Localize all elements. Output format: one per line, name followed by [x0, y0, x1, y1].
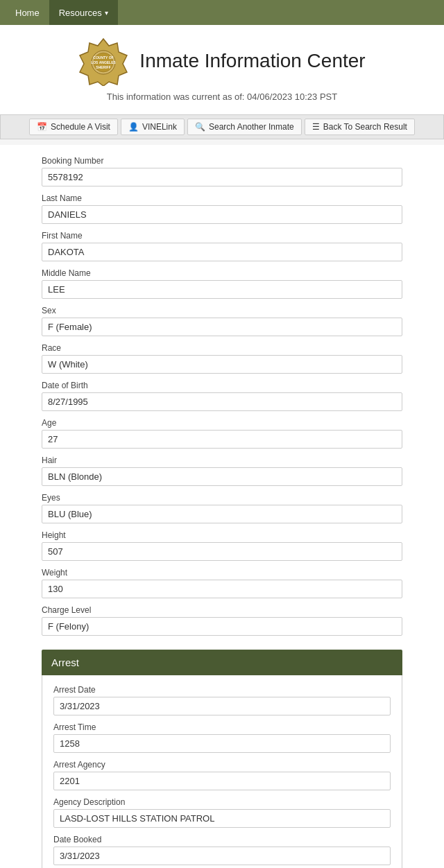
- last-name-value: DANIELS: [42, 205, 402, 224]
- race-field: Race W (White): [42, 343, 402, 374]
- nav-resources-label: Resources: [59, 8, 102, 18]
- booking-number-label: Booking Number: [42, 156, 402, 166]
- search-another-label: Search Another Inmate: [209, 122, 294, 132]
- page-header: COUNTY OF LOS ANGELES SHERIFF Inmate Inf…: [0, 25, 444, 114]
- schedule-visit-label: Schedule A Visit: [51, 122, 110, 132]
- dob-value: 8/27/1995: [42, 392, 402, 411]
- arrest-section: Arrest Arrest Date 3/31/2023 Arrest Time…: [42, 650, 402, 868]
- back-to-search-label: Back To Search Result: [323, 122, 407, 132]
- eyes-label: Eyes: [42, 493, 402, 503]
- middle-name-field: Middle Name LEE: [42, 268, 402, 299]
- first-name-value: DAKOTA: [42, 243, 402, 261]
- hair-label: Hair: [42, 455, 402, 465]
- dob-field: Date of Birth 8/27/1995: [42, 381, 402, 411]
- page-title: Inmate Information Center: [139, 50, 365, 72]
- chevron-down-icon: ▾: [105, 9, 108, 17]
- svg-text:LOS ANGELES: LOS ANGELES: [92, 60, 117, 64]
- back-to-search-button[interactable]: ☰ Back To Search Result: [305, 119, 415, 135]
- arrest-date-value: 3/31/2023: [53, 697, 391, 715]
- calendar-icon: 📅: [37, 122, 47, 132]
- action-bar: 📅 Schedule A Visit 👤 VINELink 🔍 Search A…: [0, 114, 444, 139]
- arrest-agency-value: 2201: [53, 772, 391, 790]
- main-content: Booking Number 5578192 Last Name DANIELS…: [0, 145, 444, 868]
- search-another-button[interactable]: 🔍 Search Another Inmate: [187, 119, 302, 135]
- first-name-field: First Name DAKOTA: [42, 231, 402, 261]
- back-icon: ☰: [312, 122, 320, 132]
- arrest-time-field: Arrest Time 1258: [53, 722, 391, 753]
- arrest-agency-label: Arrest Agency: [53, 760, 391, 770]
- agency-desc-field: Agency Description LASD-LOST HILLS STATI…: [53, 797, 391, 828]
- vinelink-button[interactable]: 👤 VINELink: [121, 119, 185, 135]
- weight-field: Weight 130: [42, 568, 402, 598]
- race-value: W (White): [42, 355, 402, 374]
- date-booked-value: 3/31/2023: [53, 847, 391, 865]
- sheriff-badge-icon: COUNTY OF LOS ANGELES SHERIFF: [78, 36, 128, 86]
- date-booked-field: Date Booked 3/31/2023: [53, 835, 391, 865]
- hair-value: BLN (Blonde): [42, 467, 402, 486]
- booking-number-value: 5578192: [42, 168, 402, 186]
- arrest-date-label: Arrest Date: [53, 685, 391, 695]
- arrest-time-value: 1258: [53, 734, 391, 753]
- navbar: Home Resources ▾: [0, 0, 444, 25]
- header-top: COUNTY OF LOS ANGELES SHERIFF Inmate Inf…: [78, 36, 365, 86]
- arrest-section-body: Arrest Date 3/31/2023 Arrest Time 1258 A…: [42, 675, 402, 868]
- last-name-label: Last Name: [42, 193, 402, 203]
- charge-level-field: Charge Level F (Felony): [42, 605, 402, 636]
- eyes-value: BLU (Blue): [42, 505, 402, 523]
- height-value: 507: [42, 542, 402, 561]
- age-field: Age 27: [42, 418, 402, 449]
- age-value: 27: [42, 430, 402, 449]
- person-icon: 👤: [128, 122, 139, 132]
- svg-text:COUNTY OF: COUNTY OF: [94, 55, 114, 60]
- sex-field: Sex F (Female): [42, 306, 402, 336]
- vinelink-label: VINELink: [142, 122, 177, 132]
- arrest-section-title: Arrest: [51, 657, 79, 668]
- nav-home[interactable]: Home: [6, 0, 49, 25]
- weight-value: 130: [42, 580, 402, 598]
- race-label: Race: [42, 343, 402, 353]
- arrest-date-field: Arrest Date 3/31/2023: [53, 685, 391, 715]
- charge-level-label: Charge Level: [42, 605, 402, 615]
- last-name-field: Last Name DANIELS: [42, 193, 402, 224]
- arrest-agency-field: Arrest Agency 2201: [53, 760, 391, 790]
- booking-number-field: Booking Number 5578192: [42, 156, 402, 186]
- nav-home-label: Home: [15, 8, 40, 18]
- height-field: Height 507: [42, 530, 402, 561]
- agency-desc-value: LASD-LOST HILLS STATION PATROL: [53, 809, 391, 828]
- schedule-visit-button[interactable]: 📅 Schedule A Visit: [29, 119, 118, 135]
- search-icon: 🔍: [195, 122, 205, 132]
- nav-resources[interactable]: Resources ▾: [49, 0, 118, 25]
- first-name-label: First Name: [42, 231, 402, 241]
- arrest-section-header: Arrest: [42, 650, 402, 675]
- middle-name-value: LEE: [42, 280, 402, 299]
- weight-label: Weight: [42, 568, 402, 578]
- date-booked-label: Date Booked: [53, 835, 391, 844]
- hair-field: Hair BLN (Blonde): [42, 455, 402, 486]
- sex-label: Sex: [42, 306, 402, 315]
- dob-label: Date of Birth: [42, 381, 402, 390]
- svg-text:SHERIFF: SHERIFF: [96, 65, 111, 69]
- agency-desc-label: Agency Description: [53, 797, 391, 807]
- current-info-text: This information was current as of: 04/0…: [107, 92, 337, 102]
- charge-level-value: F (Felony): [42, 617, 402, 636]
- eyes-field: Eyes BLU (Blue): [42, 493, 402, 523]
- sex-value: F (Female): [42, 318, 402, 336]
- height-label: Height: [42, 530, 402, 540]
- arrest-time-label: Arrest Time: [53, 722, 391, 732]
- age-label: Age: [42, 418, 402, 428]
- middle-name-label: Middle Name: [42, 268, 402, 278]
